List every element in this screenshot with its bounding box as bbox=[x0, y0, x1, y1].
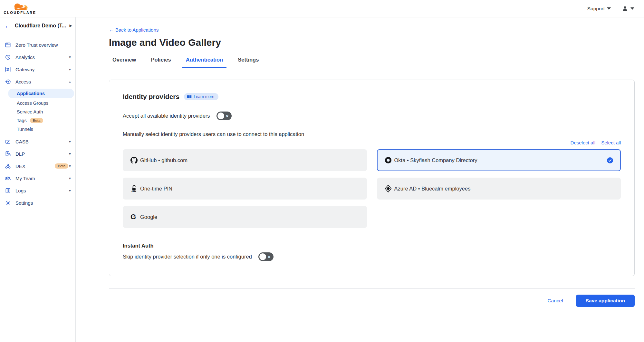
instant-auth-toggle[interactable]: ✕ bbox=[258, 252, 274, 261]
back-arrow-icon: ← bbox=[109, 27, 114, 33]
chevron-down-icon[interactable]: ▼ bbox=[68, 164, 72, 168]
sidebar-item-settings[interactable]: Settings bbox=[0, 197, 75, 209]
sidebar-item-label: DEX bbox=[15, 163, 52, 169]
sidebar-item-label: Settings bbox=[15, 200, 72, 206]
provider-tile-github[interactable]: GitHub • github.com bbox=[123, 149, 367, 171]
provider-grid: GitHub • github.com Okta • Skyflash Comp… bbox=[123, 149, 621, 228]
box-check-icon bbox=[5, 138, 11, 145]
sidebar-item-label: Applications bbox=[17, 91, 45, 96]
provider-tile-okta[interactable]: Okta • Skyflash Company Directory bbox=[377, 149, 621, 171]
window-icon bbox=[5, 42, 11, 48]
learn-more-button[interactable]: Learn more bbox=[184, 93, 218, 100]
toggle-x-icon: ✕ bbox=[226, 114, 229, 118]
main-content: ← Back to Applications Image and Video G… bbox=[76, 17, 644, 342]
identity-providers-title: Identity providers bbox=[123, 93, 179, 101]
accept-all-label: Accept all available identity providers bbox=[123, 113, 210, 119]
toggle-knob bbox=[217, 112, 224, 119]
sidebar-item-access[interactable]: Access ▲ bbox=[0, 75, 75, 88]
gateway-icon bbox=[5, 66, 11, 73]
sidebar-item-label: Access Groups bbox=[17, 101, 48, 106]
sidebar-item-my-team[interactable]: My Team ▼ bbox=[0, 172, 75, 184]
account-menu[interactable] bbox=[622, 5, 634, 12]
identity-providers-card: Identity providers Learn more Accept all… bbox=[109, 80, 635, 276]
svg-text:****: **** bbox=[131, 190, 136, 193]
sidebar-item-label: Access bbox=[15, 79, 68, 84]
cloudflare-cloud-icon bbox=[10, 3, 30, 11]
sidebar-item-dlp[interactable]: DLP ▼ bbox=[0, 148, 75, 160]
user-icon bbox=[622, 5, 628, 12]
accept-all-toggle[interactable]: ✕ bbox=[216, 112, 232, 120]
chevron-down-icon[interactable]: ▼ bbox=[68, 140, 72, 143]
provider-tile-azure-ad[interactable]: Azure AD • Bluecalm employees bbox=[377, 178, 621, 200]
tab-policies[interactable]: Policies bbox=[147, 57, 174, 68]
top-bar: CLOUDFLARE Support bbox=[0, 0, 644, 17]
sidebar-item-tags[interactable]: Tags Beta bbox=[0, 116, 75, 125]
sidebar-item-logs[interactable]: Logs ▼ bbox=[0, 184, 75, 197]
sidebar-item-gateway[interactable]: Gateway ▼ bbox=[0, 63, 75, 75]
toggle-knob bbox=[259, 253, 266, 260]
sidebar-item-label: DLP bbox=[15, 151, 68, 157]
sidebar-item-applications[interactable]: Applications bbox=[8, 89, 74, 98]
chevron-down-icon[interactable]: ▼ bbox=[68, 152, 72, 156]
tab-settings[interactable]: Settings bbox=[234, 57, 262, 68]
log-file-icon bbox=[5, 187, 11, 194]
provider-name: GitHub • github.com bbox=[140, 157, 359, 163]
sidebar-item-casb[interactable]: CASB ▼ bbox=[0, 135, 75, 148]
sidebar-item-tunnels[interactable]: Tunnels bbox=[0, 125, 75, 133]
provider-name: Okta • Skyflash Company Directory bbox=[394, 157, 607, 163]
github-icon bbox=[130, 157, 140, 164]
cloudflare-wordmark: CLOUDFLARE bbox=[4, 11, 36, 15]
azure-ad-icon bbox=[385, 185, 394, 192]
gear-icon bbox=[5, 200, 11, 206]
back-arrow-icon[interactable]: ← bbox=[5, 23, 11, 29]
sidebar-item-analytics[interactable]: Analytics ▼ bbox=[0, 51, 75, 63]
sidebar-item-label: My Team bbox=[15, 176, 68, 181]
sidebar-item-label: Zero Trust overview bbox=[15, 42, 72, 48]
cloudflare-logo[interactable]: CLOUDFLARE bbox=[4, 3, 36, 15]
cancel-button[interactable]: Cancel bbox=[547, 298, 563, 304]
chevron-down-icon[interactable]: ▼ bbox=[68, 177, 72, 180]
provider-name: One-time PIN bbox=[140, 186, 359, 192]
network-icon bbox=[5, 163, 11, 169]
people-icon bbox=[5, 175, 11, 181]
sidebar-item-label: Service Auth bbox=[17, 109, 43, 114]
chevron-down-icon bbox=[630, 7, 634, 10]
book-icon bbox=[187, 95, 192, 99]
select-all-link[interactable]: Select all bbox=[601, 140, 621, 145]
chevron-down-icon[interactable]: ▼ bbox=[68, 55, 72, 59]
provider-name: Azure AD • Bluecalm employees bbox=[394, 186, 613, 192]
footer-divider bbox=[109, 288, 635, 289]
sidebar-item-service-auth[interactable]: Service Auth bbox=[0, 107, 75, 116]
provider-tile-one-time-pin[interactable]: **** One-time PIN bbox=[123, 178, 367, 200]
sidebar-item-label: Analytics bbox=[15, 54, 68, 60]
deselect-all-link[interactable]: Deselect all bbox=[571, 140, 596, 145]
sidebar-item-access-groups[interactable]: Access Groups bbox=[0, 99, 75, 107]
chevron-down-icon bbox=[607, 7, 611, 10]
google-icon: G bbox=[130, 213, 140, 220]
tab-authentication[interactable]: Authentication bbox=[182, 57, 227, 68]
manual-select-label: Manually select identity providers users… bbox=[123, 131, 621, 137]
footer-actions: Cancel Save application bbox=[109, 295, 635, 313]
back-link-label: Back to Applications bbox=[115, 27, 159, 33]
tab-overview[interactable]: Overview bbox=[109, 57, 139, 68]
sidebar-item-dex[interactable]: DEX Beta ▼ bbox=[0, 160, 75, 172]
beta-badge: Beta bbox=[55, 163, 68, 169]
chevron-down-icon[interactable]: ▼ bbox=[68, 68, 72, 71]
chevron-down-icon[interactable]: ▼ bbox=[68, 189, 72, 192]
sidebar-item-zero-trust-overview[interactable]: Zero Trust overview bbox=[0, 39, 75, 51]
chevron-right-icon[interactable]: ▶ bbox=[70, 24, 72, 28]
page-title: Image and Video Gallery bbox=[109, 37, 635, 48]
sidebar-item-label: Tunnels bbox=[17, 127, 33, 132]
sidebar: ← Cloudflare Demo (T... ▶ Zero Trust ove… bbox=[0, 17, 76, 342]
provider-tile-google[interactable]: G Google bbox=[123, 206, 367, 228]
save-application-button[interactable]: Save application bbox=[576, 295, 635, 307]
account-name[interactable]: Cloudflare Demo (T... bbox=[15, 23, 66, 29]
sidebar-account-header: ← Cloudflare Demo (T... ▶ bbox=[0, 17, 75, 34]
chevron-up-icon[interactable]: ▲ bbox=[68, 80, 72, 83]
document-lock-icon bbox=[5, 151, 11, 157]
support-menu[interactable]: Support bbox=[587, 6, 611, 12]
toggle-x-icon: ✕ bbox=[267, 255, 271, 259]
access-icon bbox=[5, 78, 11, 85]
sidebar-item-label: Logs bbox=[15, 188, 68, 193]
back-to-applications-link[interactable]: ← Back to Applications bbox=[109, 27, 159, 33]
